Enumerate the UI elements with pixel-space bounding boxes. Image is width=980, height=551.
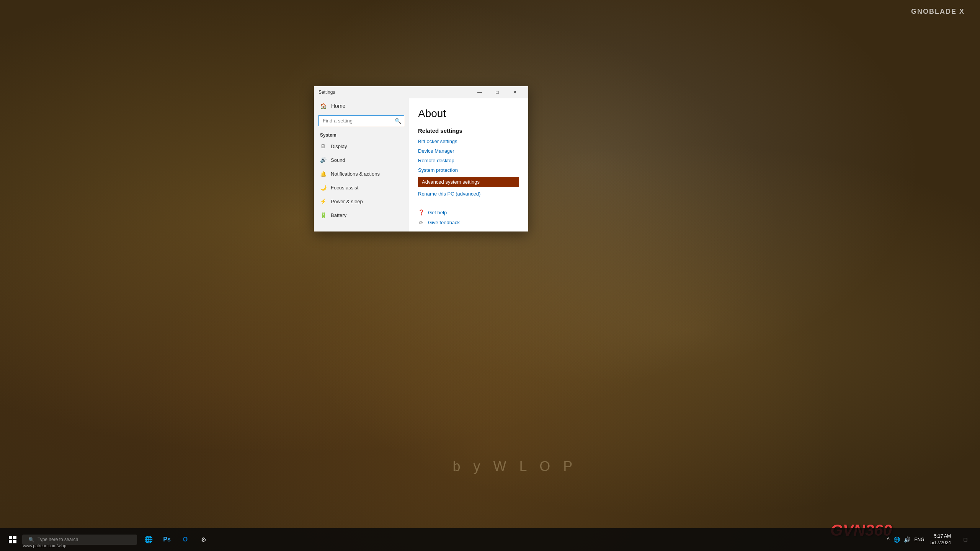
taskbar-search-icon: 🔍 [28, 537, 34, 543]
taskbar-search-label: Type here to search [38, 537, 78, 542]
titlebar-buttons: — □ ✕ [471, 86, 524, 98]
sidebar-item-notifications[interactable]: 🔔 Notifications & actions [314, 167, 409, 181]
clock-date: 5/17/2024 [931, 540, 951, 546]
sidebar-item-sound[interactable]: 🔊 Sound [314, 153, 409, 167]
remote-desktop-link[interactable]: Remote desktop [418, 158, 519, 163]
taskbar-icon-browser[interactable]: 🌐 [140, 531, 157, 548]
get-help-label: Get help [428, 210, 447, 215]
tray-network-icon[interactable]: 🌐 [892, 536, 901, 543]
home-label: Home [331, 103, 345, 109]
get-help-button[interactable]: ❓ Get help [418, 209, 519, 215]
system-protection-link[interactable]: System protection [418, 167, 519, 173]
notifications-icon: 🔔 [320, 171, 326, 177]
settings-window: Settings — □ ✕ 🏠 Home 🔍 System 🖥 [314, 86, 528, 231]
desktop-watermark: b y W L O P [453, 458, 577, 474]
close-button[interactable]: ✕ [506, 86, 524, 98]
taskbar-pinned-apps: 🌐 Ps O ⚙ [140, 531, 212, 548]
settings-window-title: Settings [318, 90, 471, 95]
windows-logo [9, 536, 16, 543]
home-button[interactable]: 🏠 Home [314, 98, 409, 114]
divider [418, 203, 519, 203]
taskbar-url-display: www.patreon.com/wlop [23, 543, 66, 548]
taskbar-clock[interactable]: 5:17 AM 5/17/2024 [928, 533, 954, 546]
taskbar-tray: ^ 🌐 🔊 ENG 5:17 AM 5/17/2024 □ [886, 528, 980, 551]
sidebar-label-display: Display [331, 143, 347, 149]
sidebar-label-notifications: Notifications & actions [331, 171, 380, 177]
sidebar-label-sound: Sound [331, 157, 345, 163]
sidebar-item-focus[interactable]: 🌙 Focus assist [314, 181, 409, 194]
sound-icon: 🔊 [320, 157, 326, 163]
get-help-icon: ❓ [418, 209, 424, 215]
sidebar-item-display[interactable]: 🖥 Display [314, 139, 409, 153]
advanced-system-link[interactable]: Advanced system settings [418, 177, 519, 187]
notification-center-button[interactable]: □ [957, 531, 974, 548]
give-feedback-button[interactable]: ☺ Give feedback [418, 219, 519, 225]
taskbar-icon-settings[interactable]: ⚙ [195, 531, 212, 548]
related-settings-title: Related settings [418, 127, 519, 134]
battery-icon: 🔋 [320, 212, 326, 218]
search-icon: 🔍 [395, 118, 401, 124]
language-indicator[interactable]: ENG [915, 537, 924, 542]
help-section: ❓ Get help ☺ Give feedback [418, 209, 519, 225]
rename-pc-link[interactable]: Rename this PC (advanced) [418, 191, 519, 197]
settings-body: 🏠 Home 🔍 System 🖥 Display 🔊 Sound 🔔 [314, 98, 528, 231]
maximize-button[interactable]: □ [488, 86, 506, 98]
tray-chevron[interactable]: ^ [886, 536, 891, 543]
focus-icon: 🌙 [320, 184, 326, 191]
system-tray-icons: ^ 🌐 🔊 [886, 536, 911, 543]
settings-titlebar: Settings — □ ✕ [314, 86, 528, 98]
sidebar-label-focus: Focus assist [331, 185, 358, 191]
language-label: ENG [915, 537, 924, 542]
search-box: 🔍 [318, 115, 404, 126]
gnoblade-logo: GNOBLADE X [911, 8, 965, 16]
search-input[interactable] [318, 115, 404, 126]
settings-sidebar: 🏠 Home 🔍 System 🖥 Display 🔊 Sound 🔔 [314, 98, 409, 231]
taskbar: 🔍 Type here to search 🌐 Ps O ⚙ www.patre… [0, 528, 980, 551]
minimize-button[interactable]: — [471, 86, 488, 98]
settings-content: About Related settings BitLocker setting… [409, 98, 528, 231]
sidebar-item-power[interactable]: ⚡ Power & sleep [314, 194, 409, 208]
device-manager-link[interactable]: Device Manager [418, 148, 519, 154]
home-icon: 🏠 [320, 103, 327, 109]
give-feedback-icon: ☺ [418, 219, 424, 225]
taskbar-icon-outlook[interactable]: O [177, 531, 194, 548]
sidebar-item-battery[interactable]: 🔋 Battery [314, 208, 409, 222]
bitlocker-link[interactable]: BitLocker settings [418, 139, 519, 144]
tray-volume-icon[interactable]: 🔊 [903, 536, 911, 543]
clock-time: 5:17 AM [931, 533, 951, 540]
start-button[interactable] [3, 530, 22, 549]
give-feedback-label: Give feedback [428, 220, 460, 225]
power-icon: ⚡ [320, 198, 326, 204]
display-icon: 🖥 [320, 143, 326, 149]
sidebar-label-power: Power & sleep [331, 199, 363, 204]
page-title: About [418, 108, 519, 120]
system-section-label: System [314, 129, 409, 139]
taskbar-icon-photoshop[interactable]: Ps [158, 531, 175, 548]
sidebar-label-battery: Battery [331, 212, 346, 218]
